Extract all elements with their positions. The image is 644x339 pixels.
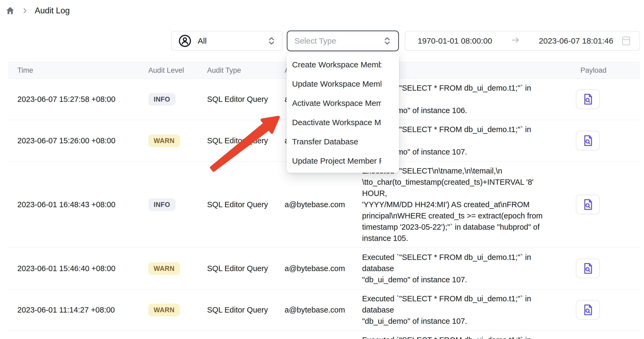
date-range-end[interactable]: 2023-06-07 18:01:46 xyxy=(539,36,613,45)
dropdown-item-activate-workspace-member[interactable]: Activate Workspace Member xyxy=(287,94,399,113)
actor-filter-value: All xyxy=(198,36,207,45)
cell-comment: Executed `"SELECT * FROM db_ui_demo.t1;"… xyxy=(362,331,572,339)
cell-actor: a@bytebase.com xyxy=(285,264,362,273)
date-range-picker[interactable]: 1970-01-01 08:00:00 2023-06-07 18:01:46 xyxy=(405,31,640,51)
col-header-audit-level: Audit Level xyxy=(148,66,207,75)
audit-level-badge: WARN xyxy=(148,262,180,275)
type-filter-placeholder: Select Type xyxy=(294,36,336,45)
cell-audit-type: SQL Editor Query xyxy=(207,264,285,273)
col-header-payload: Payload xyxy=(580,66,631,75)
cell-audit-type: SQL Editor Query xyxy=(207,306,285,314)
type-dropdown-menu: Create Workspace Member Update Workspace… xyxy=(287,53,399,173)
cell-actor: a@bytebase.com xyxy=(285,200,362,209)
payload-button[interactable] xyxy=(576,195,600,214)
cell-audit-type: SQL Editor Query xyxy=(207,200,285,209)
table-row: 2023-06-01 15:46:40 +08:00 WARN SQL Edit… xyxy=(8,248,640,289)
page-title: Audit Log xyxy=(35,6,70,16)
date-range-start[interactable]: 1970-01-01 08:00:00 xyxy=(418,36,492,45)
select-chevrons-icon xyxy=(383,36,391,46)
cell-comment: Executed `"SELECT * FROM db_ui_demo.t1;"… xyxy=(362,248,572,289)
table-row: 2023-06-01 16:48:43 +08:00 INFO SQL Edit… xyxy=(8,161,640,248)
cell-time: 2023-06-01 15:46:40 +08:00 xyxy=(17,264,148,273)
calendar-icon[interactable] xyxy=(621,35,631,47)
audit-level-badge: WARN xyxy=(148,304,180,316)
arrow-right-icon xyxy=(492,36,539,46)
cell-actor: a@bytebase.com xyxy=(285,306,362,314)
cell-comment: Executed `"SELECT * FROM db_ui_demo.t1;"… xyxy=(362,289,572,330)
col-header-audit-type: Audit Type xyxy=(207,66,285,75)
cell-time: 2023-06-07 15:26:00 +08:00 xyxy=(17,136,148,145)
audit-level-badge: INFO xyxy=(148,198,176,211)
col-header-time: Time xyxy=(17,66,148,75)
chevron-right-icon xyxy=(21,7,28,14)
cell-time: 2023-06-01 11:14:27 +08:00 xyxy=(17,306,148,314)
cell-audit-type: SQL Editor Query xyxy=(207,136,285,145)
home-icon[interactable] xyxy=(5,6,15,16)
cell-audit-type: SQL Editor Query xyxy=(207,95,285,104)
filter-bar: All Select Type 1970-01-01 08:00:00 2023… xyxy=(171,30,640,51)
type-filter-select[interactable]: Select Type xyxy=(287,30,399,51)
audit-level-badge: WARN xyxy=(148,134,180,147)
payload-button[interactable] xyxy=(576,259,600,278)
table-row: 2023-06-01 11:14:27 +08:00 WARN SQL Edit… xyxy=(8,289,640,331)
breadcrumb: Audit Log xyxy=(5,6,70,16)
payload-button[interactable] xyxy=(576,300,600,320)
audit-level-badge: INFO xyxy=(148,93,176,106)
person-icon xyxy=(178,34,192,48)
cell-time: 2023-06-07 15:27:58 +08:00 xyxy=(17,95,148,104)
payload-button[interactable] xyxy=(576,131,600,151)
cell-time: 2023-06-01 16:48:43 +08:00 xyxy=(17,200,148,209)
payload-button[interactable] xyxy=(576,89,600,109)
dropdown-item-deactivate-workspace-member[interactable]: Deactivate Workspace Member xyxy=(287,113,399,132)
dropdown-item-create-workspace-member[interactable]: Create Workspace Member xyxy=(287,55,399,74)
dropdown-item-update-workspace-member[interactable]: Update Workspace Member xyxy=(287,74,399,94)
table-row: 2023-05-31 18:55:51 +08:00 INFO SQL Edit… xyxy=(8,331,640,339)
cell-comment: Executed `"SELECT\n\tname,\n\temail,\n \… xyxy=(362,161,572,248)
dropdown-item-update-project-member[interactable]: Update Project Member Role xyxy=(287,151,399,171)
select-chevrons-icon xyxy=(267,36,276,46)
actor-filter-select[interactable]: All xyxy=(171,31,282,51)
dropdown-item-transfer-database[interactable]: Transfer Database xyxy=(287,132,399,151)
